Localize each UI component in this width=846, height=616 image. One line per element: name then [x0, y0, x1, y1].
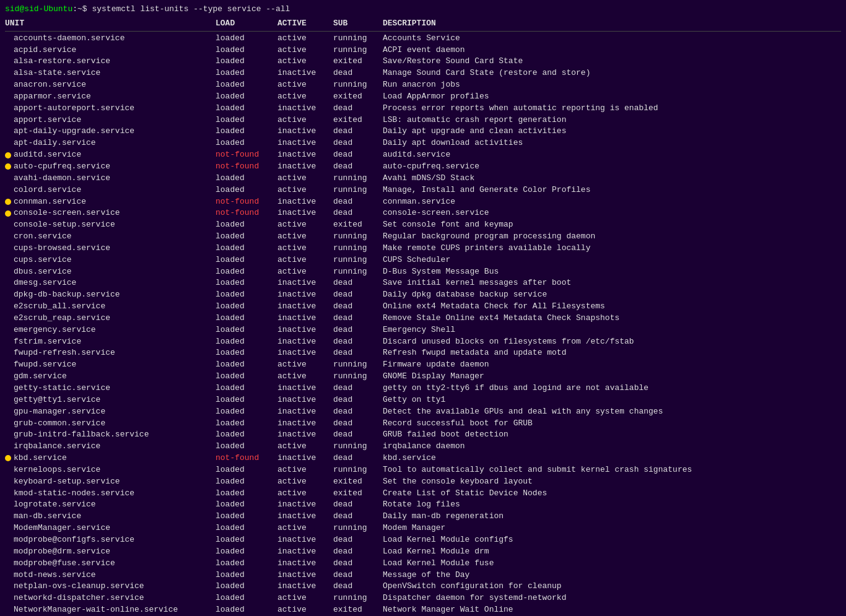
col-sub: exited: [333, 115, 383, 126]
col-sub: dead: [333, 137, 383, 149]
col-sub: dead: [333, 453, 383, 464]
col-sub: exited: [333, 604, 383, 616]
col-load: loaded: [216, 499, 277, 511]
col-unit: modprobe@drm.service: [5, 546, 216, 558]
col-active: active: [277, 91, 333, 103]
col-load: loaded: [216, 383, 277, 394]
col-unit: alsa-state.service: [5, 67, 216, 79]
status-dot-yellow: [5, 163, 11, 170]
col-active: active: [277, 115, 333, 126]
col-sub: exited: [333, 56, 383, 67]
table-row: avahi-daemon.serviceloadedactiverunningA…: [5, 173, 841, 184]
col-active: active: [277, 476, 333, 488]
col-load: loaded: [216, 301, 277, 313]
col-load: not-found: [216, 196, 277, 208]
col-unit: modprobe@fuse.service: [5, 558, 216, 570]
col-desc: GRUB failed boot detection: [383, 429, 841, 441]
col-load: loaded: [216, 592, 277, 604]
col-unit: motd-news.service: [5, 570, 216, 581]
col-active: active: [277, 359, 333, 371]
col-unit: logrotate.service: [5, 499, 216, 511]
col-unit: alsa-restore.service: [5, 56, 216, 67]
col-sub: exited: [333, 488, 383, 500]
table-row: apt-daily.serviceloadedinactivedeadDaily…: [5, 137, 841, 149]
col-desc: OpenVSwitch configuration for cleanup: [383, 581, 841, 592]
col-sub: exited: [333, 476, 383, 488]
col-active: active: [277, 266, 333, 278]
col-active: active: [277, 243, 333, 254]
col-desc: Set the console keyboard layout: [383, 476, 841, 488]
table-row: ModemManager.serviceloadedactiverunningM…: [5, 523, 841, 534]
col-unit: getty@tty1.service: [5, 394, 216, 406]
unit-name: kmod-static-nodes.service: [14, 488, 134, 500]
table-row: dmesg.serviceloadedinactivedeadSave init…: [5, 277, 841, 289]
col-active: active: [277, 56, 333, 67]
unit-name: e2scrub_reap.service: [14, 313, 110, 324]
col-desc: Emergency Shell: [383, 324, 841, 336]
unit-name: logrotate.service: [14, 499, 96, 511]
col-unit: fwupd.service: [5, 359, 216, 371]
col-active: inactive: [277, 453, 333, 464]
table-row: modprobe@drm.serviceloadedinactivedeadLo…: [5, 546, 841, 558]
col-load: loaded: [216, 137, 277, 149]
col-desc: Create List of Static Device Nodes: [383, 488, 841, 500]
col-sub: dead: [333, 126, 383, 137]
unit-name: accounts-daemon.service: [14, 33, 124, 45]
col-sub: running: [333, 33, 383, 45]
col-active: inactive: [277, 324, 333, 336]
col-active: inactive: [277, 336, 333, 348]
unit-name: cron.service: [14, 231, 72, 243]
col-load: loaded: [216, 534, 277, 546]
col-sub: running: [333, 464, 383, 476]
table-row: dpkg-db-backup.serviceloadedinactivedead…: [5, 289, 841, 301]
col-active: active: [277, 254, 333, 266]
unit-name: auto-cpufreq.service: [14, 161, 110, 173]
unit-name: getty-static.service: [14, 383, 110, 394]
col-desc: Load Kernel Module fuse: [383, 558, 841, 570]
col-unit: emergency.service: [5, 324, 216, 336]
unit-name: auditd.service: [14, 149, 81, 161]
col-desc: Run anacron jobs: [383, 79, 841, 91]
table-row: networkd-dispatcher.serviceloadedactiver…: [5, 592, 841, 604]
col-unit: grub-common.service: [5, 418, 216, 430]
col-load: loaded: [216, 604, 277, 616]
col-active: active: [277, 488, 333, 500]
col-desc: Discard unused blocks on filesystems fro…: [383, 336, 841, 348]
col-sub: exited: [333, 219, 383, 231]
col-desc: irqbalance daemon: [383, 441, 841, 453]
col-unit: console-screen.service: [5, 207, 216, 219]
col-desc: Tool to automatically collect and submit…: [383, 464, 841, 476]
table-row: apt-daily-upgrade.serviceloadedinactived…: [5, 126, 841, 137]
table-row: auto-cpufreq.servicenot-foundinactivedea…: [5, 161, 841, 173]
unit-name: alsa-restore.service: [14, 56, 110, 67]
col-load: loaded: [216, 581, 277, 592]
table-row: kerneloops.serviceloadedactiverunningToo…: [5, 464, 841, 476]
col-active: active: [277, 184, 333, 196]
header-active: ACTIVE: [277, 18, 333, 30]
table-row: fwupd-refresh.serviceloadedinactivedeadR…: [5, 347, 841, 359]
col-sub: dead: [333, 406, 383, 418]
unit-name: apt-daily.service: [14, 137, 96, 149]
unit-name: kerneloops.service: [14, 464, 100, 476]
col-unit: dpkg-db-backup.service: [5, 289, 216, 301]
col-sub: dead: [333, 103, 383, 115]
col-load: loaded: [216, 511, 277, 523]
col-sub: running: [333, 184, 383, 196]
col-load: loaded: [216, 254, 277, 266]
col-desc: ACPI event daemon: [383, 45, 841, 56]
col-unit: ModemManager.service: [5, 523, 216, 534]
col-load: loaded: [216, 33, 277, 45]
col-sub: dead: [333, 546, 383, 558]
col-active: inactive: [277, 534, 333, 546]
prompt-separator: :~$: [72, 4, 92, 14]
col-load: loaded: [216, 45, 277, 56]
col-unit: cups-browsed.service: [5, 243, 216, 254]
col-desc: Record successful boot for GRUB: [383, 418, 841, 430]
command-text: systemctl list-units --type service --al…: [92, 4, 290, 14]
unit-name: keyboard-setup.service: [14, 476, 120, 488]
unit-name: gdm.service: [14, 371, 67, 383]
col-sub: dead: [333, 67, 383, 79]
table-row: dbus.serviceloadedactiverunningD-Bus Sys…: [5, 266, 841, 278]
col-unit: accounts-daemon.service: [5, 33, 216, 45]
col-load: loaded: [216, 91, 277, 103]
